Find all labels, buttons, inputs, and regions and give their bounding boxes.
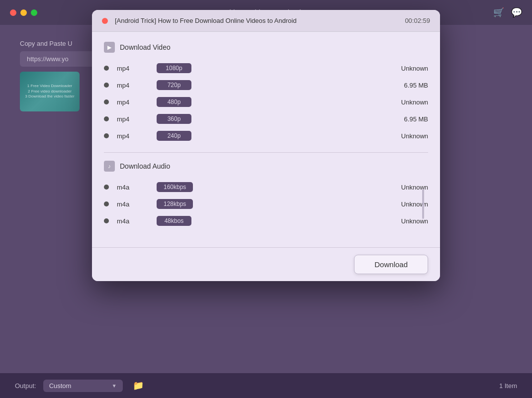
format-type-label: m4a <box>117 217 147 225</box>
scrollbar[interactable] <box>422 189 424 219</box>
modal-body: ▶ Download Video mp4 1080p Unknown mp4 7… <box>92 32 440 247</box>
quality-badge-128kbps: 128kbps <box>157 199 193 209</box>
video-format-row[interactable]: mp4 720p 6.95 MB <box>104 77 428 94</box>
audio-section-icon: ♪ <box>104 161 115 172</box>
format-size-720p: 6.95 MB <box>378 82 428 89</box>
audio-format-list: m4a 160kbps Unknown m4a 128kbps Unknown … <box>104 179 428 229</box>
quality-badge-240p: 240p <box>157 131 191 141</box>
quality-badge-360p: 360p <box>157 114 191 124</box>
format-type-label: m4a <box>117 184 147 191</box>
video-format-row[interactable]: mp4 480p Unknown <box>104 94 428 110</box>
video-section-icon: ▶ <box>104 42 115 53</box>
format-size-480p: Unknown <box>378 99 428 106</box>
video-format-list: mp4 1080p Unknown mp4 720p 6.95 MB mp4 4… <box>104 60 428 144</box>
radio-mp4-720p[interactable] <box>104 83 109 88</box>
format-size-360p: 6.95 MB <box>378 115 428 123</box>
format-size-1080p: Unknown <box>378 65 428 72</box>
radio-mp4-240p[interactable] <box>104 133 109 138</box>
format-size-m4a-128: Unknown <box>378 200 428 208</box>
radio-m4a-160kbps[interactable] <box>104 185 109 190</box>
video-format-row[interactable]: mp4 360p 6.95 MB <box>104 110 428 127</box>
item-count: 1 Item <box>499 382 517 390</box>
audio-section-title: Download Audio <box>120 162 170 170</box>
radio-m4a-128kbps[interactable] <box>104 201 109 206</box>
format-type-label: mp4 <box>117 99 147 106</box>
quality-badge-480p: 480p <box>157 97 191 107</box>
output-select-value: Custom <box>49 382 72 390</box>
modal-video-title: [Android Trick] How to Free Download Onl… <box>115 17 405 24</box>
video-section-title: Download Video <box>120 43 171 51</box>
modal-header: [Android Trick] How to Free Download Onl… <box>92 10 440 32</box>
modal-duration: 00:02:59 <box>405 17 430 24</box>
audio-format-row[interactable]: m4a 160kbps Unknown <box>104 179 428 196</box>
radio-mp4-480p[interactable] <box>104 100 109 104</box>
format-size-240p: Unknown <box>378 132 428 140</box>
download-button-row: Download <box>92 247 440 281</box>
quality-badge-160kbps: 160kbps <box>157 182 193 192</box>
format-size-m4a-48: Unknown <box>378 217 428 225</box>
radio-mp4-360p[interactable] <box>104 116 109 121</box>
output-label: Output: <box>15 382 36 390</box>
download-button[interactable]: Download <box>354 255 428 274</box>
quality-badge-720p: 720p <box>157 80 191 90</box>
format-size-m4a-160: Unknown <box>378 184 428 191</box>
format-type-label: mp4 <box>117 65 147 72</box>
quality-badge-1080p: 1080p <box>157 63 191 73</box>
bottom-bar: Output: Custom ▼ 📁 1 Item <box>0 373 532 398</box>
video-format-row[interactable]: mp4 240p Unknown <box>104 127 428 144</box>
radio-mp4-1080p[interactable] <box>104 66 109 71</box>
format-type-label: mp4 <box>117 132 147 140</box>
audio-format-row[interactable]: m4a 128kbps Unknown <box>104 196 428 212</box>
format-type-label: m4a <box>117 200 147 208</box>
audio-format-row[interactable]: m4a 48kbos Unknown <box>104 212 428 229</box>
folder-icon[interactable]: 📁 <box>133 380 144 391</box>
modal-overlay: [Android Trick] How to Free Download Onl… <box>0 0 532 398</box>
quality-badge-48kbos: 48kbos <box>157 216 191 226</box>
radio-m4a-48kbos[interactable] <box>104 218 109 223</box>
format-type-label: mp4 <box>117 115 147 123</box>
chevron-down-icon: ▼ <box>112 383 117 389</box>
audio-section-header: ♪ Download Audio <box>104 161 428 172</box>
download-modal: [Android Trick] How to Free Download Onl… <box>92 10 440 281</box>
video-format-row[interactable]: mp4 1080p Unknown <box>104 60 428 77</box>
modal-status-dot <box>102 18 108 24</box>
format-type-label: mp4 <box>117 82 147 89</box>
section-divider <box>104 152 428 153</box>
video-section-header: ▶ Download Video <box>104 42 428 53</box>
output-select[interactable]: Custom ▼ <box>43 380 123 392</box>
